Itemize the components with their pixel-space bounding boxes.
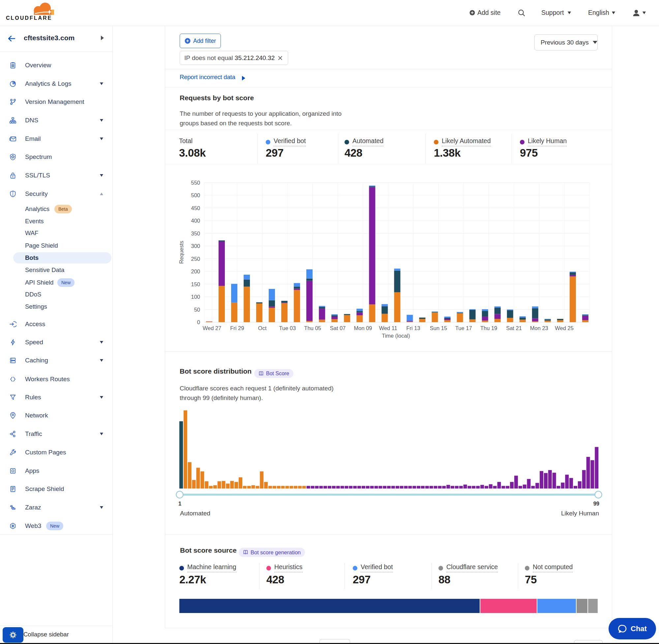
svg-text:Tue 03: Tue 03 [279,325,296,331]
svg-text:0: 0 [197,319,200,325]
svg-text:Thu 05: Thu 05 [304,325,321,331]
svg-text:50: 50 [194,307,200,313]
svg-text:Wed 25: Wed 25 [555,325,573,331]
svg-text:Time (local): Time (local) [382,333,410,339]
svg-text:Tue 17: Tue 17 [455,325,472,331]
svg-text:350: 350 [191,230,200,236]
svg-text:Sat 21: Sat 21 [506,325,522,331]
svg-text:Wed 11: Wed 11 [379,325,397,331]
svg-text:CLOUDFLARE: CLOUDFLARE [6,15,52,21]
svg-text:Sun 15: Sun 15 [430,325,447,331]
svg-text:Mon 23: Mon 23 [530,325,548,331]
svg-text:550: 550 [191,180,200,186]
svg-text:Wed 27: Wed 27 [203,325,221,331]
svg-text:Requests: Requests [178,241,184,264]
svg-text:300: 300 [191,243,200,249]
svg-text:150: 150 [191,281,200,287]
svg-text:400: 400 [191,217,200,224]
svg-text:450: 450 [191,205,200,211]
svg-text:Sat 07: Sat 07 [330,325,346,331]
svg-text:Mon 09: Mon 09 [354,325,372,331]
svg-text:Fri 13: Fri 13 [406,325,420,331]
svg-text:500: 500 [191,192,200,198]
svg-text:100: 100 [191,294,200,300]
svg-text:Oct: Oct [258,325,267,331]
svg-text:250: 250 [191,256,200,262]
svg-text:Thu 19: Thu 19 [480,325,497,331]
svg-text:200: 200 [191,269,200,274]
svg-text:Fri 29: Fri 29 [230,325,244,331]
